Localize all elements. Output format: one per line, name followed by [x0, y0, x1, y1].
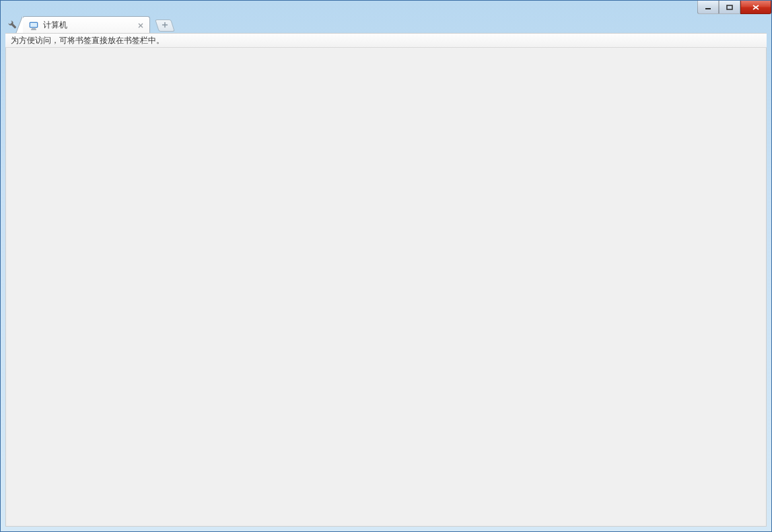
minimize-icon: [705, 5, 711, 10]
minimize-button[interactable]: [697, 1, 719, 14]
tab-close-button[interactable]: [136, 21, 145, 30]
window-controls: [697, 1, 771, 14]
bookmark-bar[interactable]: 为方便访问，可将书签直接放在书签栏中。: [5, 33, 767, 48]
close-button[interactable]: [740, 1, 771, 14]
svg-rect-1: [727, 5, 732, 9]
close-icon: [752, 5, 759, 10]
computer-icon: [28, 20, 39, 31]
tab-computer[interactable]: 计算机: [22, 16, 150, 34]
tab-title: 计算机: [43, 20, 67, 31]
maximize-button[interactable]: [719, 1, 740, 14]
maximize-icon: [726, 5, 733, 10]
tabstrip: 计算机: [6, 15, 766, 33]
content-area: [5, 48, 767, 527]
svg-rect-3: [30, 23, 37, 27]
plus-icon: [162, 22, 168, 30]
bookmark-hint: 为方便访问，可将书签直接放在书签栏中。: [11, 35, 164, 46]
x-icon: [138, 23, 143, 28]
new-tab-button[interactable]: [155, 20, 175, 32]
svg-rect-5: [31, 29, 36, 30]
svg-rect-0: [705, 8, 711, 9]
svg-rect-4: [32, 28, 36, 30]
browser-window: 计算机 为方便访问，可将书签直接放在书签栏中。: [0, 0, 772, 532]
